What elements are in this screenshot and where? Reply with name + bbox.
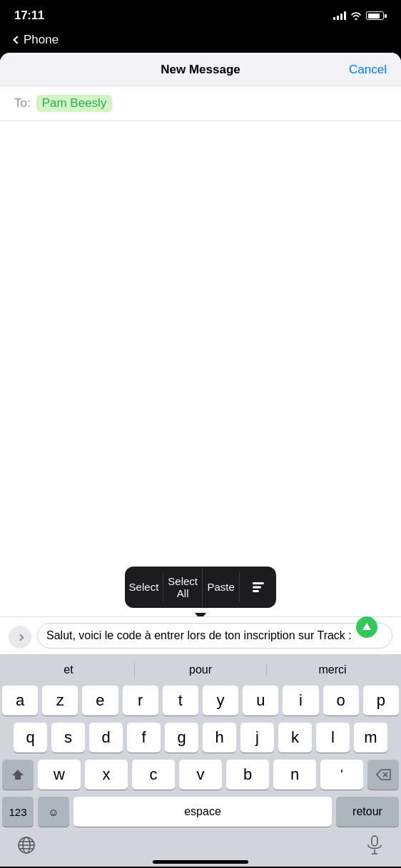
key-o[interactable]: o [323,686,359,715]
key-p[interactable]: p [363,686,399,715]
space-key[interactable]: espace [73,797,332,827]
svg-marker-4 [12,770,24,780]
key-n[interactable]: n [273,760,316,790]
status-time: 17:11 [14,9,44,23]
chevron-right-icon [16,634,24,641]
delete-key[interactable] [367,760,399,790]
key-l[interactable]: l [316,723,350,753]
key-g[interactable]: g [165,723,198,753]
key-a[interactable]: a [2,686,38,715]
key-b[interactable]: b [226,760,269,790]
emoji-key[interactable]: ☺ [38,797,69,827]
svg-rect-12 [372,836,377,846]
format-icon [251,581,265,594]
key-j[interactable]: j [240,723,274,753]
context-menu-select[interactable]: Select [125,572,164,601]
key-row-3: w x c v b n ' [2,760,399,790]
predictive-et[interactable]: et [3,657,134,683]
mic-svg [367,835,382,855]
message-header: New Message Cancel [0,53,401,86]
return-key[interactable]: retour [336,797,399,827]
status-bar: 17:11 [0,0,401,31]
key-v[interactable]: v [179,760,222,790]
svg-rect-0 [253,582,264,584]
input-section: Select Select All Paste [0,567,401,654]
key-f[interactable]: f [127,723,161,753]
context-menu: Select Select All Paste [125,567,277,608]
to-field: To: Pam Beesly [0,86,401,121]
key-row-4: 123 ☺ espace retour [2,797,399,827]
home-indicator [153,860,248,864]
key-k[interactable]: k [278,723,312,753]
predictive-bar: et pour merci [0,654,401,686]
key-m[interactable]: m [354,723,387,753]
key-c[interactable]: c [132,760,175,790]
key-row-2: q s d f g h j k l m [2,723,399,753]
header-title: New Message [161,63,240,77]
cancel-button[interactable]: Cancel [349,63,387,77]
key-q[interactable]: q [14,723,47,753]
back-nav[interactable]: Phone [0,31,401,53]
key-y[interactable]: y [203,686,238,715]
message-compose-area[interactable] [0,121,401,567]
recipient-chip[interactable]: Pam Beesly [36,95,113,112]
key-x[interactable]: x [85,760,128,790]
context-menu-format[interactable] [240,572,276,602]
to-label: To: [14,96,31,110]
predictive-merci[interactable]: merci [267,657,398,683]
svg-rect-2 [253,590,259,592]
key-e[interactable]: e [82,686,118,715]
message-input-row: Salut, voici le code à entrer lors de to… [0,616,401,654]
key-t[interactable]: t [163,686,198,715]
signal-icon [333,11,346,20]
shift-icon [11,768,24,781]
bottom-bar [0,830,401,867]
send-arrow-icon [362,623,371,630]
back-label: Phone [24,33,59,47]
status-icons [333,11,387,20]
key-h[interactable]: h [203,723,236,753]
key-s[interactable]: s [51,723,85,753]
context-menu-select-all[interactable]: Select All [163,567,203,608]
key-row-1: a z e r t y u i o p [2,686,399,715]
shift-key[interactable] [2,760,34,790]
back-chevron-icon [13,36,21,43]
message-input-text: Salut, voici le code à entrer lors de to… [46,628,352,644]
key-apostrophe[interactable]: ' [320,760,363,790]
mic-icon[interactable] [365,836,384,854]
context-menu-wrapper: Select Select All Paste [0,567,401,614]
key-i[interactable]: i [283,686,318,715]
keyboard: et pour merci a z e r t y u i o p [0,654,401,867]
numbers-key[interactable]: 123 [2,797,34,827]
battery-icon [366,11,387,20]
key-z[interactable]: z [42,686,78,715]
key-w[interactable]: w [38,760,81,790]
delete-icon [375,769,391,780]
globe-svg [17,836,36,854]
globe-icon[interactable] [17,836,36,854]
context-menu-paste[interactable]: Paste [203,572,240,601]
key-rows: a z e r t y u i o p q s d f g h j k [0,686,401,827]
expand-button[interactable] [9,626,31,649]
key-r[interactable]: r [123,686,158,715]
main-content: New Message Cancel To: Pam Beesly Select… [0,53,401,867]
wifi-icon [350,11,362,20]
send-button[interactable] [356,616,377,638]
key-u[interactable]: u [243,686,278,715]
message-input-box[interactable]: Salut, voici le code à entrer lors de to… [37,623,392,649]
svg-rect-1 [253,586,261,588]
key-d[interactable]: d [89,723,123,753]
predictive-pour[interactable]: pour [135,657,266,683]
